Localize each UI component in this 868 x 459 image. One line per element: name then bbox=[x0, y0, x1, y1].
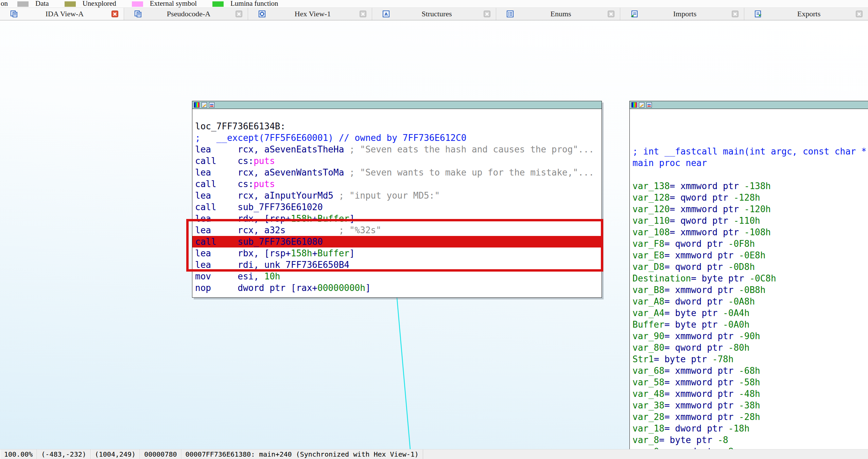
node-color-palette-icon[interactable] bbox=[194, 102, 199, 108]
legend-partial-text: on bbox=[1, 0, 8, 7]
status-bar: 100.00% (-483,-232) (1004,249) 00000780 … bbox=[0, 449, 868, 459]
legend-item-unexplored: Unexplored bbox=[65, 0, 116, 7]
code-line[interactable]: var_110= qword ptr -110h bbox=[632, 215, 868, 226]
close-icon[interactable] bbox=[608, 11, 614, 17]
tab-ida-view-a[interactable]: IDA View-A bbox=[0, 8, 124, 20]
tab-pseudocode-a[interactable]: Pseudocode-A bbox=[124, 8, 248, 20]
code-line[interactable]: var_80= qword ptr -80h bbox=[632, 342, 868, 353]
tab-exports[interactable]: Exports bbox=[744, 8, 868, 20]
close-icon[interactable] bbox=[236, 11, 242, 17]
structures-icon: A bbox=[382, 10, 390, 18]
code-line[interactable]: var_F8= qword ptr -0F8h bbox=[632, 238, 868, 250]
tab-label: Pseudocode-A bbox=[142, 10, 236, 18]
code-line[interactable]: var_128= qword ptr -128h bbox=[632, 192, 868, 203]
code-line[interactable]: var_D8= qword ptr -0D8h bbox=[632, 261, 868, 273]
lumina-function-color-swatch bbox=[212, 1, 224, 7]
tab-hex-view-1[interactable]: Hex View-1 bbox=[248, 8, 372, 20]
code-line[interactable]: var_68= xmmword ptr -68h bbox=[632, 365, 868, 377]
code-line[interactable]: var_8= byte ptr -8 bbox=[632, 434, 868, 446]
code-line[interactable]: var_120= xmmword ptr -120h bbox=[632, 203, 868, 215]
imports-icon bbox=[630, 10, 638, 18]
code-line[interactable]: main proc near bbox=[632, 157, 868, 169]
code-line[interactable]: Str1= byte ptr -78h bbox=[632, 353, 868, 365]
legend-item-external-symbol: External symbol bbox=[132, 0, 197, 7]
exports-icon bbox=[754, 10, 762, 18]
code-line[interactable]: lea rcx, aSevenEatsTheHa ; "Seven eats t… bbox=[195, 144, 602, 155]
code-line[interactable]: call cs:puts bbox=[195, 155, 602, 167]
cursor-coordinates: (1004,249) bbox=[91, 449, 140, 459]
code-line[interactable]: mov esi, 10h bbox=[195, 271, 602, 282]
close-icon[interactable] bbox=[111, 11, 118, 17]
ida-window: on Data Unexplored External symbol Lumin… bbox=[0, 0, 868, 459]
code-line[interactable]: loc_7FF736E6134B: bbox=[195, 121, 602, 132]
code-line[interactable]: Buffer= byte ptr -0A0h bbox=[632, 319, 868, 330]
code-line[interactable]: var_58= xmmword ptr -58h bbox=[632, 377, 868, 388]
code-line[interactable]: arg_0= qword ptr 8 bbox=[632, 446, 868, 449]
tab-label: IDA View-A bbox=[18, 10, 111, 18]
node-edit-icon[interactable] bbox=[639, 102, 644, 108]
function-header-node[interactable]: ; int __fastcall main(int argc, const ch… bbox=[629, 101, 868, 449]
code-line[interactable]: lea rcx, aInputYourMd5 ; "input your MD5… bbox=[195, 190, 602, 201]
color-legend: on Data Unexplored External symbol Lumin… bbox=[0, 0, 868, 7]
svg-text:A: A bbox=[384, 12, 388, 17]
code-line[interactable]: Destination= byte ptr -0C8h bbox=[632, 273, 868, 284]
ida-view-icon bbox=[10, 10, 18, 18]
code-line[interactable]: var_48= xmmword ptr -48h bbox=[632, 388, 868, 400]
code-line[interactable]: var_28= xmmword ptr -28h bbox=[632, 411, 868, 423]
code-line[interactable]: call cs:puts bbox=[195, 178, 602, 190]
code-line[interactable]: var_A4= byte ptr -0A4h bbox=[632, 307, 868, 319]
function-header-code: ; int __fastcall main(int argc, const ch… bbox=[630, 109, 868, 449]
node-edit-icon[interactable] bbox=[202, 102, 207, 108]
close-icon[interactable] bbox=[732, 11, 739, 17]
code-line[interactable]: ; __except(7FF5F6E60001) // owned by 7FF… bbox=[195, 132, 602, 144]
code-line[interactable]: var_E8= xmmword ptr -0E8h bbox=[632, 250, 868, 261]
annotation-box bbox=[186, 219, 603, 272]
enums-icon bbox=[506, 10, 514, 18]
tab-label: Hex View-1 bbox=[266, 10, 360, 18]
code-line[interactable]: ; int __fastcall main(int argc, const ch… bbox=[632, 146, 868, 157]
code-line[interactable]: var_18= dword ptr -18h bbox=[632, 423, 868, 434]
node-title-bar[interactable] bbox=[192, 101, 602, 109]
close-icon[interactable] bbox=[856, 11, 863, 17]
pseudocode-icon bbox=[134, 10, 142, 18]
file-offset: 00000780 bbox=[140, 449, 181, 459]
code-line[interactable]: call sub_7FF736E61020 bbox=[195, 201, 602, 213]
tab-structures[interactable]: A Structures bbox=[372, 8, 496, 20]
code-line[interactable]: nop dword ptr [rax+00000000h] bbox=[195, 282, 602, 294]
tab-label: Exports bbox=[762, 10, 856, 18]
node-group-icon[interactable] bbox=[209, 102, 214, 108]
zoom-level: 100.00% bbox=[0, 449, 37, 459]
code-line[interactable]: var_90= xmmword ptr -90h bbox=[632, 330, 868, 342]
code-line[interactable]: var_108= xmmword ptr -108h bbox=[632, 226, 868, 238]
node-color-palette-icon[interactable] bbox=[631, 102, 637, 108]
tab-label: Imports bbox=[638, 10, 732, 18]
hex-view-icon bbox=[258, 10, 266, 18]
code-line[interactable]: var_A8= dword ptr -0A8h bbox=[632, 296, 868, 307]
legend-item-lumina-function: Lumina function bbox=[212, 0, 278, 7]
graph-coordinates: (-483,-232) bbox=[37, 449, 90, 459]
tab-enums[interactable]: Enums bbox=[496, 8, 620, 20]
graph-view[interactable]: loc_7FF736E6134B:; __except(7FF5F6E60001… bbox=[0, 20, 868, 449]
unexplored-color-swatch bbox=[65, 1, 76, 7]
tab-label: Structures bbox=[390, 10, 484, 18]
tab-bar: IDA View-A Pseudocode-A Hex View-1 bbox=[0, 7, 868, 20]
code-line[interactable] bbox=[632, 169, 868, 180]
code-line[interactable]: var_38= xmmword ptr -38h bbox=[632, 400, 868, 411]
tab-label: Enums bbox=[514, 10, 608, 18]
external-symbol-color-swatch bbox=[132, 1, 143, 7]
address-info: 00007FF736E61380: main+240 (Synchronized… bbox=[181, 449, 423, 459]
close-icon[interactable] bbox=[484, 11, 490, 17]
node-title-bar[interactable] bbox=[630, 101, 868, 109]
tab-imports[interactable]: Imports bbox=[620, 8, 744, 20]
code-line[interactable]: var_B8= xmmword ptr -0B8h bbox=[632, 284, 868, 296]
legend-item-data: Data bbox=[17, 0, 49, 7]
code-line[interactable]: var_138= xmmword ptr -138h bbox=[632, 180, 868, 192]
close-icon[interactable] bbox=[360, 11, 366, 17]
node-group-icon[interactable] bbox=[646, 102, 652, 108]
code-line[interactable]: lea rcx, aSevenWantsToMa ; "Seven wants … bbox=[195, 167, 602, 178]
data-color-swatch bbox=[17, 1, 29, 7]
